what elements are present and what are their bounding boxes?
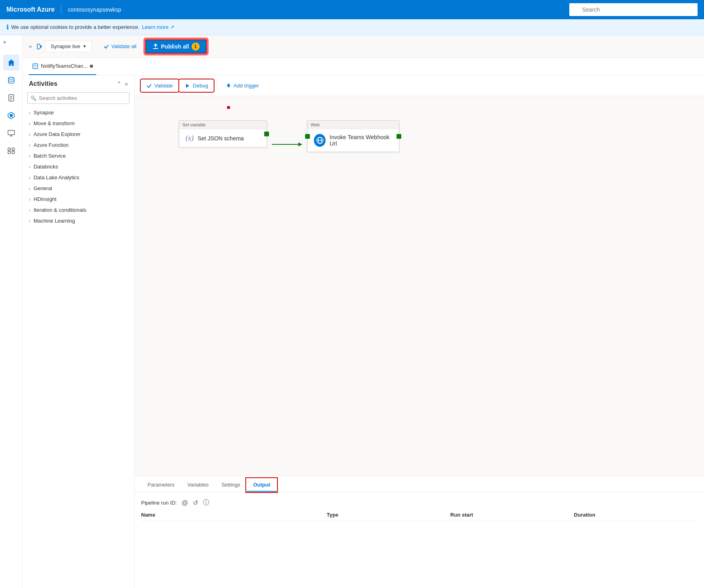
tab-parameters[interactable]: Parameters: [141, 479, 181, 492]
expand-panel-btn[interactable]: »: [29, 43, 32, 49]
output-connector[interactable]: [264, 132, 269, 136]
sidebar-icon-data[interactable]: [3, 72, 19, 88]
toolbar-divider: [216, 81, 217, 91]
globe-icon: [314, 134, 326, 147]
expand-sidebar-btn[interactable]: »: [3, 39, 6, 45]
activity-group-label: Move & transform: [34, 120, 75, 126]
activity-group-hdinsight[interactable]: › HDInsight: [22, 194, 134, 205]
activity-group-label: HDInsight: [34, 196, 57, 202]
add-trigger-button[interactable]: Add trigger: [220, 80, 264, 91]
collapse-icon[interactable]: ⌃: [117, 81, 121, 87]
publish-all-button[interactable]: Publish all 1: [145, 39, 207, 54]
search-activities-input[interactable]: [27, 92, 129, 104]
activity-group-azure-function[interactable]: › Azure Function: [22, 140, 134, 150]
search-activities-icon: 🔍: [30, 95, 36, 101]
activity-group-move-transform[interactable]: › Move & transform: [22, 118, 134, 129]
svg-rect-12: [12, 148, 14, 150]
activity-group-label: Azure Data Explorer: [34, 131, 81, 137]
close-panel-icon[interactable]: «: [125, 81, 128, 87]
info-circle-icon[interactable]: ⓘ: [203, 499, 209, 507]
tab-modified-dot: [90, 65, 93, 68]
tab-output[interactable]: Output: [247, 479, 277, 492]
chevron-right-icon: ›: [29, 121, 30, 126]
content-area: » Synapse live ▼ Validate all Publish al…: [22, 35, 704, 588]
activity-label: Invoke Teams Webhook Url: [330, 134, 392, 147]
chevron-right-icon: ›: [29, 110, 30, 115]
col-header-run: Run start: [450, 512, 574, 518]
error-dot: [227, 106, 230, 109]
brand-logo: Microsoft Azure: [6, 6, 55, 13]
sidebar-icon-home[interactable]: [3, 55, 19, 71]
learn-more-link[interactable]: Learn more ↗: [142, 24, 174, 30]
chevron-right-icon: ›: [29, 132, 30, 137]
top-bar: Microsoft Azure contososynapsewksp 🔍: [0, 0, 704, 19]
table-header: Name Type Run start Duration: [141, 512, 698, 521]
main-container: » » Synapse live ▼: [0, 35, 704, 588]
chevron-right-icon: ›: [29, 197, 30, 202]
mention-icon[interactable]: @: [182, 499, 188, 507]
canvas-toolbar: Validate Debug Add trigger: [135, 75, 704, 96]
col-header-duration: Duration: [574, 512, 698, 518]
validate-button[interactable]: Validate: [141, 80, 178, 91]
cookie-text: We use optional cookies to provide a bet…: [11, 24, 140, 30]
activities-title: Activities: [29, 80, 57, 87]
svg-point-0: [8, 77, 14, 79]
debug-button[interactable]: Debug: [180, 80, 213, 91]
activity-group-iteration[interactable]: › Iteration & conditionals: [22, 205, 134, 215]
bottom-content: Pipeline run ID: @ ↺ ⓘ Name Type Run sta…: [135, 492, 704, 588]
canvas-main[interactable]: Set variable (x) Set JSON schema: [135, 96, 704, 476]
pipeline-run-row: Pipeline run ID: @ ↺ ⓘ: [141, 499, 698, 507]
pipeline-tab[interactable]: NotifiyTeamsChan...: [29, 58, 96, 75]
output-connector[interactable]: [397, 134, 401, 139]
chevron-right-icon: ›: [29, 154, 30, 158]
activity-group-label: Machine Learning: [34, 218, 75, 224]
activity-group-general[interactable]: › General: [22, 183, 134, 194]
designer-layout: Activities ⌃ « 🔍 › Synapse ›: [22, 75, 704, 588]
svg-rect-17: [33, 64, 38, 69]
validate-all-button[interactable]: Validate all: [98, 41, 142, 52]
synapse-live-button[interactable]: Synapse live ▼: [45, 41, 92, 52]
tab-settings[interactable]: Settings: [215, 479, 247, 492]
workspace-name: contososynapsewksp: [68, 6, 121, 13]
sidebar-icon-integrate[interactable]: [3, 107, 19, 124]
sidebar-icon-docs[interactable]: [3, 90, 19, 106]
svg-point-6: [10, 114, 12, 117]
activity-group-synapse[interactable]: › Synapse: [22, 107, 134, 118]
variable-icon: (x): [186, 134, 194, 142]
svg-rect-7: [8, 130, 14, 135]
canvas-bottom-container: Validate Debug Add trigger: [135, 75, 704, 588]
activity-group-databricks[interactable]: › Databricks: [22, 161, 134, 172]
tab-variables[interactable]: Variables: [181, 479, 215, 492]
svg-marker-22: [298, 142, 302, 146]
chevron-right-icon: ›: [29, 219, 30, 223]
activity-group-azure-data-explorer[interactable]: › Azure Data Explorer: [22, 129, 134, 140]
activity-card-body: Invoke Teams Webhook Url: [307, 129, 399, 152]
activity-card-header: Set variable: [179, 121, 267, 129]
sidebar-icon-manage[interactable]: [3, 143, 19, 159]
chevron-right-icon: ›: [29, 208, 30, 213]
input-connector[interactable]: [305, 134, 310, 139]
bottom-tabs: Parameters Variables Settings Output: [135, 476, 704, 492]
activity-group-label: Data Lake Analytics: [34, 174, 79, 180]
info-icon: ℹ: [6, 23, 9, 31]
chevron-right-icon: ›: [29, 143, 30, 148]
col-header-name: Name: [141, 512, 327, 518]
refresh-icon[interactable]: ↺: [193, 499, 198, 507]
sidebar-icon-monitor[interactable]: [3, 125, 19, 141]
pipeline-run-label: Pipeline run ID:: [141, 500, 177, 506]
activities-panel: Activities ⌃ « 🔍 › Synapse ›: [22, 75, 135, 588]
pipeline-toolbar: » Synapse live ▼ Validate all Publish al…: [22, 35, 704, 58]
top-divider: [61, 5, 61, 14]
tab-bar: NotifiyTeamsChan...: [22, 58, 704, 75]
activity-group-batch-service[interactable]: › Batch Service: [22, 150, 134, 161]
activity-group-label: General: [34, 185, 52, 191]
set-variable-activity[interactable]: Set variable (x) Set JSON schema: [179, 120, 267, 148]
activity-card-body: (x) Set JSON schema: [179, 129, 267, 147]
tab-label: NotifiyTeamsChan...: [41, 63, 87, 69]
activities-controls: ⌃ «: [117, 81, 128, 87]
activity-group-data-lake[interactable]: › Data Lake Analytics: [22, 172, 134, 183]
activity-group-ml[interactable]: › Machine Learning: [22, 215, 134, 226]
activity-group-label: Databricks: [34, 164, 58, 170]
web-activity[interactable]: Web Invoke Teams Webhook Url: [307, 120, 399, 152]
global-search-input[interactable]: [569, 3, 698, 16]
